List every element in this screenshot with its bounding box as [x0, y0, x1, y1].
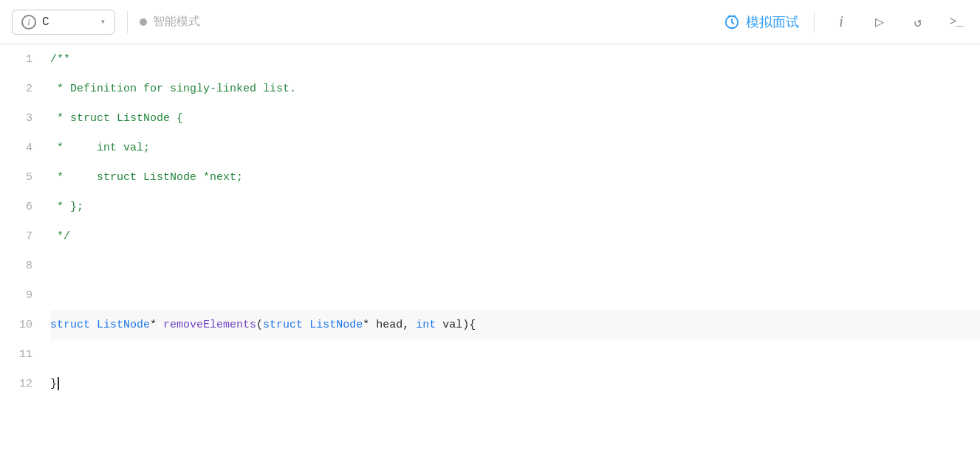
- toolbar-divider-2: [814, 11, 815, 33]
- smart-mode-indicator: 智能模式: [140, 14, 200, 30]
- code-line-7: */: [50, 221, 980, 251]
- line-num-6: 6: [0, 192, 44, 221]
- code-editor[interactable]: /** * Definition for singly-linked list.…: [44, 44, 980, 467]
- code-line-2: * Definition for singly-linked list.: [50, 74, 980, 103]
- line-num-8: 8: [0, 251, 44, 280]
- code-line-9: [50, 280, 980, 310]
- line-num-9: 9: [0, 280, 44, 310]
- line-num-12: 12: [0, 369, 44, 398]
- smart-mode-dot: [140, 18, 147, 26]
- line-num-4: 4: [0, 133, 44, 162]
- line-num-10: 10: [0, 310, 44, 339]
- code-line-8: [50, 251, 980, 280]
- line-num-3: 3: [0, 103, 44, 133]
- svg-line-2: [734, 15, 736, 16]
- clock-icon: [724, 14, 740, 30]
- line-num-11: 11: [0, 339, 44, 369]
- chevron-down-icon: ▾: [100, 16, 106, 27]
- svg-line-1: [728, 15, 730, 16]
- simulate-label: 模拟面试: [746, 13, 799, 31]
- toolbar-divider-1: [127, 11, 128, 33]
- code-line-6: * };: [50, 192, 980, 221]
- code-line-5: * struct ListNode *next;: [50, 162, 980, 192]
- text-cursor: [58, 377, 59, 390]
- terminal-button[interactable]: >_: [945, 10, 968, 34]
- code-line-3: * struct ListNode {: [50, 103, 980, 133]
- line-num-2: 2: [0, 74, 44, 103]
- code-line-10: struct ListNode * removeElements ( struc…: [50, 310, 980, 339]
- smart-mode-label: 智能模式: [153, 14, 200, 30]
- code-line-11: [50, 339, 980, 369]
- code-line-12: }: [50, 369, 980, 398]
- code-line-1: /**: [50, 44, 980, 74]
- code-line-4: * int val;: [50, 133, 980, 162]
- toolbar-right: 模拟面试 i ▷ ↺ >_: [724, 10, 968, 34]
- line-num-7: 7: [0, 221, 44, 251]
- info-button[interactable]: i: [829, 10, 853, 34]
- reset-button[interactable]: ↺: [906, 10, 930, 34]
- toolbar: i C ▾ 智能模式 模拟面试 i ▷: [0, 0, 980, 44]
- line-numbers: 1 2 3 4 5 6 7 8 9 10 11 12: [0, 44, 44, 467]
- run-button[interactable]: ▷: [868, 10, 891, 34]
- line-num-1: 1: [0, 44, 44, 74]
- lang-info-icon: i: [21, 15, 36, 30]
- editor-area: 1 2 3 4 5 6 7 8 9 10 11 12 /** * Definit…: [0, 44, 980, 467]
- simulate-button[interactable]: 模拟面试: [724, 13, 799, 31]
- language-selector[interactable]: i C ▾: [12, 10, 115, 35]
- lang-label: C: [42, 15, 95, 29]
- line-num-5: 5: [0, 162, 44, 192]
